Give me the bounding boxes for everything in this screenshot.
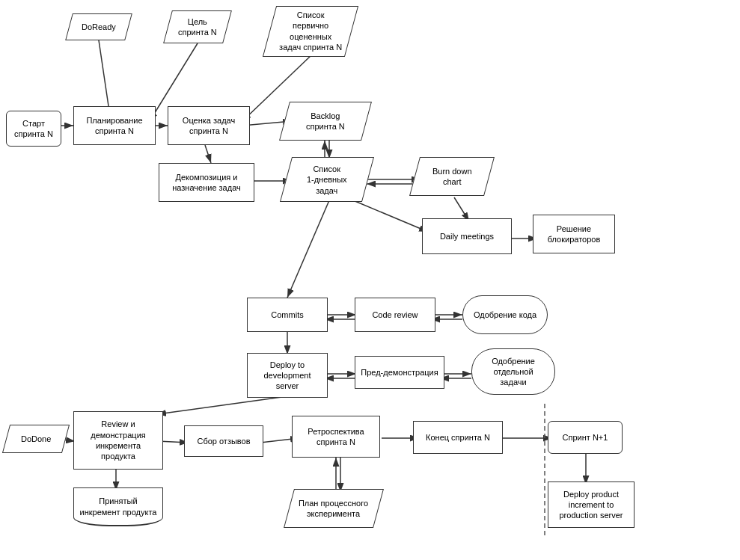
reshenie-blokiratorov-node: Решениеблокираторов (533, 215, 615, 253)
pred-demonstratsiya-node: Пред-демонстрация (355, 356, 444, 389)
daily-meetings-node: Daily meetings (422, 218, 512, 254)
sbor-otzyvov-node: Сбор отзывов (184, 425, 263, 457)
sprint-n1-node: Спринт N+1 (548, 421, 623, 454)
cel-sprinta-node: Цельспринта N (163, 10, 232, 43)
doready-node: DoReady (65, 13, 132, 40)
svg-line-27 (157, 396, 287, 414)
diagram-container: DoReady Цельспринта N Списокпервичнооцен… (0, 0, 740, 560)
dekompozitsiya-node: Декомпозиция иназначение задач (159, 163, 254, 202)
deploy-production-node: Deploy productincrement toproduction ser… (548, 481, 634, 528)
code-review-node: Code review (355, 298, 435, 332)
spisok-pervichno-node: Списокпервичнооцененныхзадач спринта N (263, 6, 358, 57)
svg-line-10 (205, 145, 211, 163)
backlog-node: Backlogспринта N (279, 102, 372, 141)
burndown-node: Burn downchart (409, 157, 495, 196)
start-sprinta-node: Стартспринта N (6, 111, 61, 147)
svg-line-15 (353, 200, 428, 232)
svg-line-17 (287, 200, 329, 298)
prinyatyy-inkrement-node: Принятыйинкремент продукта (73, 487, 163, 526)
konets-sprinta-node: Конец спринта N (413, 421, 503, 454)
dodone-node: DoDone (2, 425, 70, 453)
plan-protsessovogo-node: План процессногоэксперимента (284, 489, 384, 528)
commits-node: Commits (247, 298, 328, 332)
spisok-1dnevnykh-node: Список1-дневныхзадач (280, 157, 374, 202)
deploy-dev-node: Deploy todevelopmentserver (247, 353, 328, 398)
odobrenie-otdelnoy-node: Одобрениеотдельнойзадачи (471, 348, 555, 395)
arrows-svg (0, 0, 740, 560)
retrospektiva-node: Ретроспективаспринта N (292, 416, 380, 458)
odobrenie-koda-node: Одобрение кода (462, 295, 548, 334)
planirovanie-node: Планированиеспринта N (73, 106, 156, 145)
review-demonstratsiya-node: Review идемонстрацияинкрементапродукта (73, 411, 163, 470)
otsenka-zadach-node: Оценка задачспринта N (168, 106, 250, 145)
